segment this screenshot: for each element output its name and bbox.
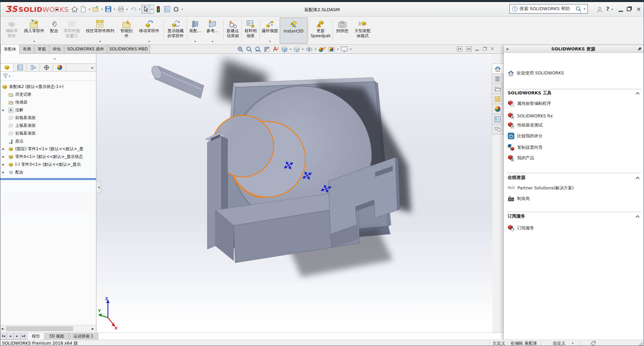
panel-tabs-flyout[interactable]: ►	[89, 64, 96, 71]
item-partner-solutions[interactable]: Partner Solutions(解决方案)	[508, 185, 574, 191]
last-tab-button[interactable]: ▶	[21, 333, 27, 340]
tree-item-right-plane[interactable]: 右视基准面	[0, 130, 96, 137]
item-property-tab-builder[interactable]: 属性标签编制程序	[508, 100, 551, 107]
pane-next-button[interactable]	[466, 46, 472, 51]
welcome-link[interactable]: 欢迎使用 SOLIDWORKS	[508, 70, 564, 76]
tab-dimxpert-manager[interactable]	[40, 64, 53, 71]
sheet-tab-model[interactable]: 模型	[27, 333, 45, 340]
scroll-right-icon[interactable]: ▶	[92, 327, 94, 330]
pin-icon[interactable]	[638, 47, 642, 51]
document-restore-button[interactable]	[483, 47, 486, 51]
section-view-button[interactable]	[263, 46, 270, 53]
view-settings-button[interactable]	[341, 46, 348, 53]
tree-item-mates[interactable]: ▶配合	[0, 168, 96, 176]
undo-dropdown[interactable]: ▾	[138, 5, 141, 14]
tree-item-origin[interactable]: 原点	[0, 137, 96, 145]
search-dropdown[interactable]: ▾	[584, 7, 585, 10]
task-tab-custom-properties[interactable]	[492, 114, 503, 124]
tree-item-annotations[interactable]: ▶注解	[0, 106, 96, 114]
ribbon-instant3d[interactable]: Instant3D	[280, 18, 307, 44]
tree-item-part4[interactable]: ▶零件4<1> (默认<<默认>_显示状态	[0, 153, 96, 161]
item-my-products[interactable]: 我的产品	[508, 155, 534, 161]
item-performance-benchmark[interactable]: 性能基准测试	[508, 122, 543, 129]
item-manufacturers[interactable]: 制造商	[508, 195, 530, 202]
tab-solidworks-mbd[interactable]: SOLIDWORKS MBD	[107, 45, 150, 54]
ribbon-update-speedpak[interactable]: 更新Speedpak	[310, 18, 331, 44]
panel-splitter[interactable]	[0, 54, 96, 63]
tree-item-top-plane[interactable]: 上视基准面	[0, 122, 96, 130]
save-button[interactable]	[104, 5, 113, 14]
close-button[interactable]: ×	[636, 6, 641, 13]
new-document-dropdown[interactable]: ▾	[88, 5, 91, 14]
tree-item-part1[interactable]: ▶(固定) 零件1<1> (默认<<默认>_显	[0, 145, 96, 153]
panel-collapse-handle[interactable]: ◀	[96, 181, 101, 193]
maximize-button[interactable]	[627, 7, 631, 11]
task-tab-forum[interactable]	[492, 124, 503, 135]
search-input[interactable]: ? 搜索 SOLIDWORKS 帮助 ▾	[509, 4, 588, 14]
view-orientation-dropdown[interactable]: ▾	[290, 48, 291, 51]
ribbon-linear-component-pattern[interactable]: 线性零部件阵列 ▾	[83, 18, 117, 44]
item-compare-my-score[interactable]: 比较我的评分	[508, 133, 543, 139]
ribbon-bill-of-materials[interactable]: 材料明细表	[243, 18, 259, 44]
dropdown-arrow-icon[interactable]: ▾	[212, 40, 213, 43]
ribbon-take-snapshot[interactable]: 拍快照	[334, 18, 351, 44]
task-tab-home[interactable]	[492, 64, 503, 74]
minimize-button[interactable]	[619, 11, 623, 12]
user-account-icon[interactable]	[597, 6, 603, 13]
dropdown-arrow-icon[interactable]: ▾	[148, 40, 150, 43]
tab-evaluate[interactable]: 评估	[49, 45, 64, 54]
chevron-up-icon[interactable]	[636, 215, 639, 219]
chevron-up-icon[interactable]	[636, 92, 639, 96]
chevron-up-icon[interactable]	[636, 177, 639, 180]
ribbon-large-assembly-mode[interactable]: 大型装配体模式	[351, 18, 374, 44]
zoom-to-fit-button[interactable]	[237, 46, 244, 53]
pane-previous-button[interactable]	[457, 46, 462, 51]
help-button[interactable]: ?	[606, 6, 609, 12]
rollback-bar[interactable]	[0, 178, 96, 180]
previous-view-button[interactable]	[255, 46, 261, 53]
edit-appearance-button[interactable]	[318, 46, 326, 53]
task-tab-appearances-scenes[interactable]	[492, 104, 503, 114]
ribbon-assembly-features[interactable]: 装配... ▾	[187, 18, 203, 44]
undo-button[interactable]	[129, 5, 138, 14]
item-solidworks-rx[interactable]: SOLIDWORKS Rx	[508, 112, 553, 119]
select-cursor-button[interactable]	[141, 5, 150, 14]
select-dropdown[interactable]: ▾	[150, 5, 154, 14]
section-online-resources[interactable]: 在线资源	[508, 175, 639, 181]
settings-dropdown[interactable]: ▾	[180, 5, 184, 14]
previous-tab-button[interactable]: ◀	[7, 333, 14, 340]
tab-solidworks-addins[interactable]: SOLIDWORKS 插件	[64, 45, 107, 54]
first-tab-button[interactable]: ◀	[0, 333, 7, 340]
task-tab-knowledge-base[interactable]	[492, 74, 503, 84]
rebuild-traffic-light-button[interactable]	[154, 5, 163, 14]
save-dropdown[interactable]: ▾	[113, 5, 116, 14]
sheet-tab-motion-study[interactable]: 运动算例 1	[69, 333, 98, 340]
tree-filter[interactable]: ▾	[0, 72, 96, 81]
expand-arrow-icon[interactable]: ▶	[2, 155, 8, 158]
ribbon-reference-geometry[interactable]: 参考... ▾	[204, 18, 221, 44]
task-tab-design-library[interactable]	[492, 94, 503, 104]
status-custom-dropdown[interactable]: 自定义	[553, 341, 566, 346]
collapse-left-icon[interactable]: «	[506, 46, 509, 51]
sheet-tab-3d-views[interactable]: 3D 视图	[45, 333, 69, 340]
next-tab-button[interactable]: ▶	[14, 333, 21, 340]
ribbon-show-hidden-components[interactable]: 显示隐藏的零部件	[165, 18, 186, 44]
tab-feature-manager[interactable]	[0, 64, 14, 71]
search-icon[interactable]	[575, 6, 582, 12]
tab-sketch[interactable]: 草图	[34, 45, 49, 54]
filter-dropdown[interactable]: ▾	[9, 75, 10, 78]
hide-show-items-button[interactable]	[305, 46, 313, 53]
open-file-dropdown[interactable]: ▾	[100, 5, 104, 14]
ribbon-new-motion-study[interactable]: 新建运动算例	[224, 18, 241, 44]
ribbon-mate[interactable]: 配合	[48, 18, 61, 44]
apply-scene-button[interactable]	[328, 46, 335, 53]
tab-assembly[interactable]: 装配体	[0, 45, 20, 54]
ribbon-move-component[interactable]: 移动零部件 ▾	[136, 18, 163, 44]
tree-item-sensors[interactable]: 传感器	[0, 98, 96, 106]
tab-layout[interactable]: 布局	[20, 45, 34, 54]
display-style-button[interactable]	[293, 46, 300, 53]
print-dropdown[interactable]: ▾	[125, 5, 129, 14]
ribbon-component-preview-window[interactable]: 零部件预览窗口	[61, 18, 82, 44]
scrollbar-thumb[interactable]	[6, 326, 73, 331]
expand-arrow-icon[interactable]: ▶	[2, 163, 8, 166]
